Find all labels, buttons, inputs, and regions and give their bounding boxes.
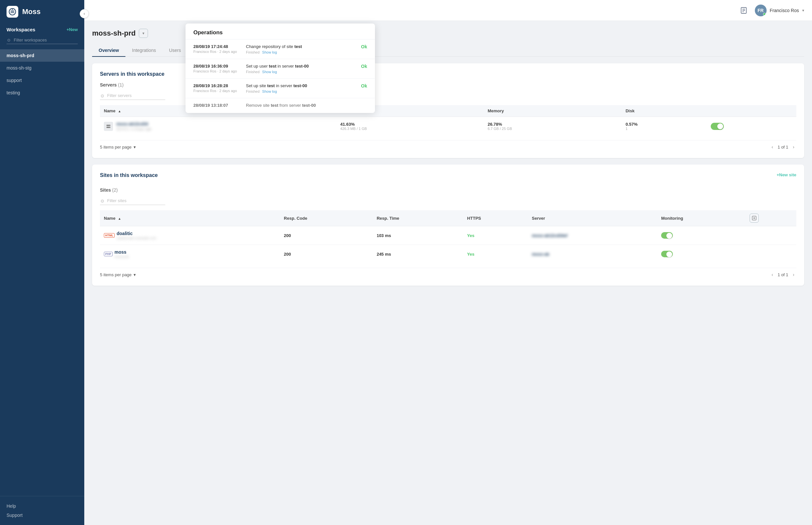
resp-time-cell: 245 ms bbox=[373, 245, 463, 264]
filter-sites-wrapper: ⊙ bbox=[100, 197, 796, 205]
ops-result: Ok bbox=[357, 64, 367, 69]
online-indicator bbox=[763, 13, 766, 16]
server-sub: 10.0.0.1 -s-1vcpu-1gb bbox=[116, 127, 151, 131]
user-menu-chevron: ▾ bbox=[802, 8, 804, 13]
new-site-button[interactable]: +New site bbox=[777, 172, 796, 177]
sites-pagination-row: 5 items per page ▾ ‹ 1 of 1 › bbox=[100, 268, 796, 278]
server-toggle-cell bbox=[707, 117, 796, 136]
disk-cell: 0.57% 1 bbox=[622, 117, 707, 136]
filter-servers-input[interactable] bbox=[100, 91, 165, 100]
next-page-button[interactable]: › bbox=[791, 144, 796, 150]
monitoring-toggle-cell bbox=[657, 245, 746, 264]
filter-sites-input[interactable] bbox=[100, 197, 165, 205]
site-name: moss bbox=[115, 250, 129, 255]
dropdown-icon: ▾ bbox=[143, 31, 144, 35]
col-disk: Disk bbox=[622, 105, 707, 117]
col-server: Server bbox=[528, 210, 657, 226]
ops-time-block: 28/08/19 16:28:28 Francisco Ros · 2 days… bbox=[193, 83, 241, 93]
ops-author: Francisco Ros · 2 days ago bbox=[193, 50, 241, 54]
sidebar-item-moss-sh-stg[interactable]: moss-sh-stg bbox=[0, 62, 84, 74]
sidebar-help-link[interactable]: Help bbox=[6, 501, 78, 511]
site-name-cell: HTML doalitic subdomain.example.com bbox=[100, 226, 280, 245]
ops-result: Ok bbox=[357, 83, 367, 89]
prev-page-button[interactable]: ‹ bbox=[769, 144, 775, 150]
ops-description: Remove site test from server test-00 bbox=[246, 103, 352, 108]
new-workspace-button[interactable]: +New bbox=[67, 27, 78, 32]
col-resp-code: Resp. Code bbox=[280, 210, 373, 226]
sidebar-item-moss-sh-prd[interactable]: moss-sh-prd bbox=[0, 49, 84, 62]
col-monitoring-icon bbox=[746, 210, 796, 226]
ops-description: Change repository of site test Finished … bbox=[246, 44, 352, 54]
user-menu[interactable]: FR Francisco Ros ▾ bbox=[755, 4, 804, 16]
table-row: PHP moss mosssub 200 245 ms Yes moss-ab bbox=[100, 245, 796, 264]
ops-date: 28/08/19 16:28:28 bbox=[193, 83, 241, 88]
ops-date: 28/08/19 17:24:48 bbox=[193, 44, 241, 49]
site-monitoring-toggle[interactable] bbox=[661, 232, 673, 239]
site-name: doalitic bbox=[117, 231, 157, 236]
workspace-dropdown-button[interactable]: ▾ bbox=[139, 29, 148, 38]
ops-date: 28/08/19 13:18:07 bbox=[193, 103, 241, 108]
ops-status: Finished bbox=[246, 89, 260, 93]
notes-icon-button[interactable] bbox=[738, 4, 750, 16]
resp-code-cell: 200 bbox=[280, 245, 373, 264]
col-site-name[interactable]: Name ▲ bbox=[100, 210, 280, 226]
server-name: moss-ab12cd34 bbox=[116, 121, 151, 126]
sidebar-item-support[interactable]: support bbox=[0, 74, 84, 87]
ops-status: Finished bbox=[246, 70, 260, 74]
sidebar-support-link[interactable]: Support bbox=[6, 511, 78, 520]
servers-per-page[interactable]: 5 items per page ▾ bbox=[100, 145, 136, 150]
sites-pagination-controls: ‹ 1 of 1 › bbox=[769, 271, 796, 278]
collapse-button[interactable]: ‹ bbox=[80, 9, 89, 18]
site-name-cell: PHP moss mosssub bbox=[100, 245, 280, 264]
server-name-cell: moss-ab12cd34 10.0.0.1 -s-1vcpu-1gb bbox=[100, 117, 336, 136]
filter-workspaces-input[interactable] bbox=[6, 36, 78, 44]
site-sub: mosssub bbox=[115, 255, 129, 259]
svg-point-9 bbox=[109, 127, 110, 127]
ops-status: Finished bbox=[246, 50, 260, 54]
operations-item: 28/08/19 16:36:09 Francisco Ros · 2 days… bbox=[186, 59, 375, 79]
https-cell: Yes bbox=[463, 245, 528, 264]
col-https: HTTPS bbox=[463, 210, 528, 226]
workspaces-label: Workspaces bbox=[6, 27, 35, 32]
workspaces-section-header: Workspaces +New bbox=[0, 24, 84, 35]
svg-point-1 bbox=[12, 9, 13, 10]
memory-cell: 26.78% 6.7 GB / 25 GB bbox=[484, 117, 622, 136]
sites-page-info: 1 of 1 bbox=[778, 272, 788, 277]
col-monitoring: Monitoring bbox=[657, 210, 746, 226]
sites-next-page-button[interactable]: › bbox=[791, 271, 796, 278]
ops-time-block: 28/08/19 17:24:48 Francisco Ros · 2 days… bbox=[193, 44, 241, 54]
monitoring-toggle-cell bbox=[657, 226, 746, 245]
operations-popup: Operations 28/08/19 17:24:48 Francisco R… bbox=[186, 24, 375, 113]
filter-servers-icon: ⊙ bbox=[101, 93, 104, 98]
ops-description: Set up user test in server test-00 Finis… bbox=[246, 64, 352, 74]
sites-prev-page-button[interactable]: ‹ bbox=[769, 271, 775, 278]
tab-users[interactable]: Users bbox=[162, 44, 188, 57]
server-cell: moss-ab bbox=[528, 245, 657, 264]
servers-pagination-controls: ‹ 1 of 1 › bbox=[769, 144, 796, 150]
workspace-nav: moss-sh-prd moss-sh-stg support testing bbox=[0, 48, 84, 496]
sidebar-item-testing[interactable]: testing bbox=[0, 87, 84, 99]
page-info: 1 of 1 bbox=[778, 145, 788, 150]
col-toggle bbox=[707, 105, 796, 117]
monitoring-settings-button[interactable] bbox=[750, 213, 759, 223]
site-type-tag: PHP bbox=[104, 252, 113, 256]
main-area: FR Francisco Ros ▾ moss-sh-prd ▾ Overvie… bbox=[84, 0, 812, 525]
username-label: Francisco Ros bbox=[770, 8, 799, 13]
site-monitoring-toggle-2[interactable] bbox=[661, 251, 673, 257]
sidebar-bottom: Help Support bbox=[0, 496, 84, 525]
ops-show-log-link[interactable]: Show log bbox=[262, 70, 277, 74]
site-type-tag: HTML bbox=[104, 233, 115, 238]
server-toggle[interactable] bbox=[711, 123, 724, 130]
operations-popup-title: Operations bbox=[186, 24, 375, 40]
moss-logo-icon bbox=[6, 6, 18, 18]
cpu-cell: 41.63% 426.3 MB / 1 GB bbox=[336, 117, 484, 136]
sites-card-title: Sites in this workspace bbox=[100, 172, 158, 178]
ops-show-log-link[interactable]: Show log bbox=[262, 89, 277, 93]
sites-per-page[interactable]: 5 items per page ▾ bbox=[100, 272, 136, 277]
tab-integrations[interactable]: Integrations bbox=[126, 44, 162, 57]
tab-overview[interactable]: Overview bbox=[92, 44, 126, 57]
resp-time-cell: 103 ms bbox=[373, 226, 463, 245]
site-sub: subdomain.example.com bbox=[117, 236, 157, 240]
sites-card: Sites in this workspace +New site Sites … bbox=[92, 165, 804, 286]
ops-show-log-link[interactable]: Show log bbox=[262, 50, 277, 54]
